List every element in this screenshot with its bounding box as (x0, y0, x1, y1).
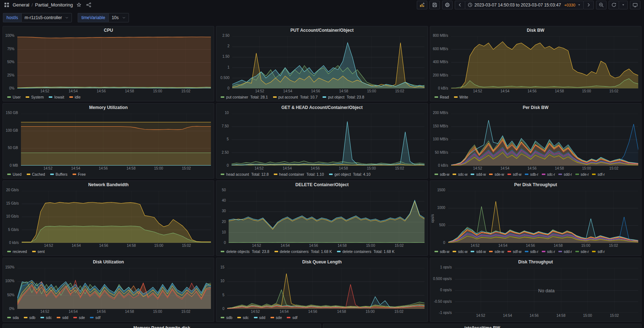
panel-title[interactable]: /etc/localtime BW (323, 324, 641, 328)
legend-item-sdd-w[interactable]: sdd-w (471, 250, 486, 254)
time-shift-left-button[interactable] (455, 1, 465, 9)
plot-region[interactable] (232, 114, 424, 166)
panel-title[interactable]: Per Disk Throughput (430, 181, 641, 189)
legend-item-sdc-w[interactable]: sdc-w (453, 250, 467, 254)
legend-item-sdf-r[interactable]: sdf-r (592, 172, 605, 176)
legend-item-sde-w[interactable]: sde-w (489, 172, 504, 176)
refresh-button[interactable] (609, 1, 619, 9)
panel-title[interactable]: PUT Account/Container/Object (216, 26, 427, 34)
legend-item-sdd-r[interactable]: sdd-r (558, 172, 572, 176)
legend-item-sdf-w[interactable]: sdf-w (507, 172, 522, 176)
variable-timevariable-dropdown[interactable]: 10s (108, 13, 129, 22)
legend-item-sdb-w[interactable]: sdb-w (435, 250, 450, 254)
panel-title[interactable]: Disk Queue Length (216, 258, 427, 266)
legend-item-sdc-w[interactable]: sdc-w (453, 172, 467, 176)
legend-item-sde-r[interactable]: sde-r (575, 250, 589, 254)
panel-title[interactable]: Disk Throughput (430, 258, 641, 266)
plot-region[interactable] (232, 36, 424, 88)
kiosk-mode-button[interactable] (630, 1, 640, 9)
legend-item-sdf[interactable]: sdf (287, 315, 297, 320)
y-tick-label: 500 (430, 223, 445, 227)
save-dashboard-button[interactable] (429, 1, 440, 9)
series-color-swatch (221, 174, 224, 175)
legend-item-sdb-r[interactable]: sdb-r (525, 250, 539, 254)
plot-region[interactable] (229, 191, 424, 243)
x-tick-label: 14:56 (528, 166, 537, 170)
legend-item-delete-objects[interactable]: delete objectsTotal: 23.8 (221, 249, 269, 254)
legend-item-sdd-w[interactable]: sdd-w (471, 172, 486, 176)
plot-region[interactable] (17, 268, 211, 309)
refresh-interval-caret[interactable] (619, 1, 628, 9)
legend-item-head-container[interactable]: head containerTotal: 1.10 (274, 172, 324, 176)
legend-item-put-object[interactable]: put objectTotal: 23.8 (323, 95, 364, 99)
plot-region[interactable] (451, 114, 638, 166)
legend-item-free[interactable]: Free (73, 172, 86, 176)
plot-region[interactable] (17, 36, 211, 88)
legend-item-head-account[interactable]: head accountTotal: 12.8 (221, 172, 269, 176)
series-label: recieved (13, 249, 27, 254)
legend-item-sde-w[interactable]: sde-w (489, 250, 504, 254)
panel-title[interactable]: CPU (3, 26, 214, 34)
panel-title[interactable]: Memory Utilization (3, 104, 214, 111)
panel-title[interactable]: Disk Utilization (3, 258, 214, 266)
x-tick-label: 14:56 (97, 89, 106, 93)
legend-item-sdc-r[interactable]: sdc-r (542, 172, 555, 176)
legend-item-sdb-r[interactable]: sdb-r (525, 172, 539, 176)
legend-item-used[interactable]: Used (7, 172, 22, 176)
legend-item-sdf[interactable]: sdf (90, 315, 100, 320)
time-range-picker[interactable]: 2023-03-07 14:50:03 to 2023-03-07 15:03:… (465, 1, 584, 9)
legend-item-write[interactable]: Write (454, 95, 468, 99)
legend-item-sdb[interactable]: sdb (24, 315, 35, 320)
panel-title[interactable]: DELETE Container/Object (216, 181, 427, 189)
plot-region[interactable] (21, 114, 211, 166)
legend-item-sde[interactable]: sde (73, 315, 85, 320)
legend-item-delete-containers[interactable]: delete containersTotal: 1.68 K (337, 249, 394, 254)
legend-item-sdc[interactable]: sdc (40, 315, 52, 320)
time-shift-right-button[interactable] (583, 1, 594, 9)
legend-item-sde-r[interactable]: sde-r (575, 172, 589, 176)
legend-item-sda[interactable]: sda (7, 315, 19, 320)
legend-item-buffers[interactable]: Buffers (50, 172, 68, 176)
panel-title[interactable]: Per Disk BW (430, 104, 641, 111)
plot-region[interactable] (448, 191, 638, 243)
variable-hostls-dropdown[interactable]: m-r1z1s5-controller (21, 13, 72, 22)
panel-title[interactable]: Disk BW (430, 26, 641, 34)
legend-item-sdf-w[interactable]: sdf-w (507, 250, 522, 254)
legend-item-put-container[interactable]: put containerTotal: 28.1 (221, 95, 268, 99)
legend-item-sdd[interactable]: sdd (57, 315, 68, 320)
plot-region[interactable] (227, 268, 424, 309)
legend-item-sdc[interactable]: sdc (237, 315, 248, 320)
panel-title[interactable]: Network Bandwidth (3, 181, 214, 189)
star-icon[interactable] (75, 1, 83, 9)
legend-item-get-object[interactable]: get objectTotal: 4.10 (329, 172, 371, 176)
legend-item-system[interactable]: System (26, 95, 44, 99)
legend-item-sdd[interactable]: sdd (254, 315, 265, 320)
legend-item-put-account[interactable]: put accountTotal: 10.7 (273, 95, 318, 99)
plot-region[interactable]: No data (455, 268, 638, 313)
add-panel-button[interactable] (417, 1, 427, 9)
plot-region[interactable] (451, 36, 638, 88)
legend-item-idle[interactable]: idle (69, 95, 81, 99)
legend-item-recieved[interactable]: recieved (7, 249, 27, 254)
breadcrumb-folder[interactable]: General (13, 2, 29, 8)
legend-item-user[interactable]: User (7, 95, 21, 99)
legend-item-iowait[interactable]: Iowait (49, 95, 64, 99)
breadcrumb-dashboard-title[interactable]: Partial_Monitoring (35, 2, 73, 8)
legend-item-sdd-r[interactable]: sdd-r (558, 250, 572, 254)
legend-item-sdb[interactable]: sdb (221, 315, 232, 320)
apps-grid-icon[interactable] (3, 1, 10, 9)
legend-item-read[interactable]: Read (435, 95, 449, 99)
legend-item-sent[interactable]: sent (32, 249, 45, 254)
legend-item-delete-containers[interactable]: delete containersTotal: 1.68 K (275, 249, 332, 254)
zoom-out-button[interactable] (596, 1, 606, 9)
plot-region[interactable] (22, 191, 211, 243)
legend-item-sdf-r[interactable]: sdf-r (592, 250, 605, 254)
legend-item-cached[interactable]: Cached (27, 172, 45, 176)
panel-title[interactable]: GET & HEAD Account/Container/Object (216, 104, 427, 111)
legend-item-sde[interactable]: sde (271, 315, 282, 320)
dashboard-settings-button[interactable] (442, 1, 453, 9)
legend-item-sdb-w[interactable]: sdb-w (435, 172, 450, 176)
panel-title[interactable]: Memory Paged from/to disk (3, 324, 321, 328)
share-icon[interactable] (85, 1, 92, 9)
legend-item-sdc-r[interactable]: sdc-r (542, 250, 555, 254)
